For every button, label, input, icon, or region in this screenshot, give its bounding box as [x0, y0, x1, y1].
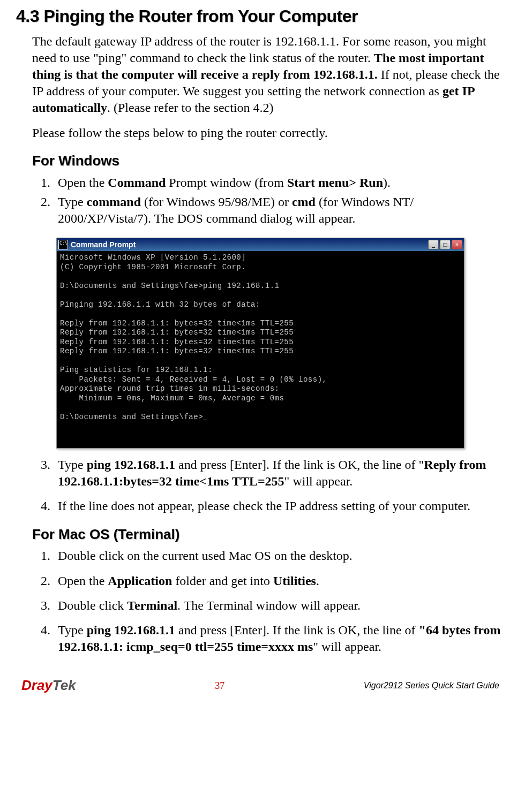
list-item: Double click Terminal. The Terminal wind…	[54, 597, 505, 614]
list-item: Type ping 192.168.1.1 and press [Enter].…	[54, 457, 505, 490]
step-text: Type	[58, 458, 87, 472]
step-text: Open the	[58, 176, 108, 189]
list-item: Double click on the current used Mac OS …	[54, 548, 505, 564]
list-item: Open the Application folder and get into…	[54, 573, 505, 589]
step-text: and press [Enter]. If the link is OK, th…	[175, 623, 419, 637]
step-text: Double click	[58, 598, 127, 612]
step-text: .	[316, 574, 319, 588]
logo-dray: Dray	[21, 677, 52, 693]
intro-paragraph-2: Please follow the steps below to ping th…	[32, 125, 505, 141]
command-prompt-icon	[58, 240, 68, 249]
step-bold: ping 192.168.1.1	[87, 623, 175, 637]
draytek-logo: DrayTek	[21, 677, 76, 695]
logo-tek: Tek	[52, 677, 76, 693]
step-bold: Terminal	[127, 598, 177, 612]
window-control-buttons: _ □ ×	[428, 240, 462, 249]
step-text: Open the	[58, 574, 108, 588]
close-button[interactable]: ×	[452, 240, 462, 249]
page-footer: DrayTek 37 Vigor2912 Series Quick Start …	[16, 677, 505, 695]
page-number: 37	[215, 680, 224, 692]
step-bold: ping 192.168.1.1	[87, 458, 175, 472]
mac-subtitle: For Mac OS (Terminal)	[32, 526, 505, 544]
windows-steps-list: Open the Command Prompt window (from Sta…	[32, 174, 505, 227]
step-text: Prompt window (from	[166, 176, 287, 189]
list-item: Type command (for Windows 95/98/ME) or c…	[54, 194, 505, 227]
list-item: Type ping 192.168.1.1 and press [Enter].…	[54, 622, 505, 655]
step-text: Type	[58, 195, 87, 209]
step-text: (for Windows 95/98/ME) or	[141, 195, 292, 209]
step-text: folder and get into	[172, 574, 273, 588]
window-titlebar: Command Prompt _ □ ×	[57, 238, 464, 251]
step-text: " will appear.	[313, 640, 381, 654]
step-bold: Application	[108, 574, 172, 588]
step-text: " will appear.	[284, 474, 353, 488]
mac-steps-list: Double click on the current used Mac OS …	[32, 548, 505, 655]
windows-subtitle: For Windows	[32, 152, 505, 170]
intro-paragraph-1: The default gateway IP address of the ro…	[32, 33, 505, 117]
step-bold: cmd	[292, 195, 316, 209]
window-title-text: Command Prompt	[71, 240, 136, 249]
step-text: ).	[383, 176, 391, 189]
intro-text-3: . (Please refer to the section 4.2)	[107, 101, 274, 115]
windows-steps-list-continued: Type ping 192.168.1.1 and press [Enter].…	[32, 457, 505, 515]
step-text: and press [Enter]. If the link is OK, th…	[175, 458, 424, 472]
maximize-button[interactable]: □	[440, 240, 451, 249]
step-text: . The Terminal window will appear.	[177, 598, 361, 612]
section-heading: 4.3 Pinging the Router from Your Compute…	[16, 5, 505, 28]
terminal-output: Microsoft Windows XP [Version 5.1.2600] …	[57, 251, 464, 448]
step-bold: Start menu> Run	[287, 176, 383, 189]
step-bold: command	[87, 195, 141, 209]
step-bold: Utilities	[273, 574, 316, 588]
list-item: If the line does not appear, please chec…	[54, 498, 505, 514]
step-text: Type	[58, 623, 87, 637]
command-prompt-window: Command Prompt _ □ × Microsoft Windows X…	[56, 238, 464, 449]
minimize-button[interactable]: _	[428, 240, 439, 249]
step-bold: Command	[108, 176, 166, 189]
list-item: Open the Command Prompt window (from Sta…	[54, 174, 505, 191]
guide-title: Vigor2912 Series Quick Start Guide	[364, 680, 499, 692]
